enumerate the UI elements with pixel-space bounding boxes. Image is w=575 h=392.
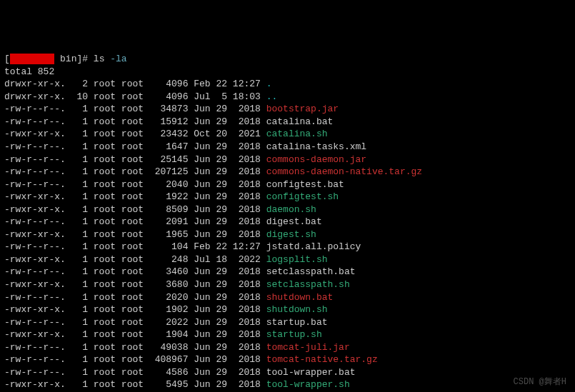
list-item: -rw-r--r--. 1 root root 49038 Jun 29 201…	[4, 341, 571, 354]
list-item: -rw-r--r--. 1 root root 2020 Jun 29 2018…	[4, 291, 571, 304]
list-item: -rw-r--r--. 1 root root 3460 Jun 29 2018…	[4, 266, 571, 278]
list-item: -rw-r--r--. 1 root root 2022 Jun 29 2018…	[4, 316, 571, 329]
list-item: -rw-r--r--. 1 root root 34873 Jun 29 201…	[4, 103, 571, 116]
list-item: -rw-r--r--. 1 root root 25145 Jun 29 201…	[4, 154, 571, 166]
list-item: -rw-r--r--. 1 root root 2040 Jun 29 2018…	[4, 179, 571, 191]
file-name: catalina.bat	[266, 116, 334, 127]
file-name: digest.sh	[266, 229, 316, 240]
file-name: configtest.bat	[266, 179, 344, 190]
file-name: .	[266, 79, 272, 89]
list-item: -rwxr-xr-x. 1 root root 5495 Jun 29 2018…	[4, 378, 571, 391]
file-name: digest.bat	[266, 216, 322, 227]
list-item: -rwxr-xr-x. 1 root root 1904 Jun 29 2018…	[4, 328, 571, 341]
file-name: commons-daemon-native.tar.gz	[266, 166, 422, 177]
file-name: jstatd.all.policy	[266, 241, 361, 252]
list-item: -rwxr-xr-x. 1 root root 3680 Jun 29 2018…	[4, 278, 571, 291]
list-item: -rwxr-xr-x. 1 root root 23432 Oct 20 202…	[4, 128, 571, 141]
file-name: daemon.sh	[266, 204, 316, 215]
file-name: tomcat-juli.jar	[266, 342, 350, 353]
file-name: tool-wrapper.bat	[266, 367, 356, 378]
file-name: catalina-tasks.xml	[266, 141, 366, 152]
list-item: -rwxr-xr-x. 1 root root 1922 Jun 29 2018…	[4, 191, 571, 203]
list-item: -rw-r--r--. 1 root root 4586 Jun 29 2018…	[4, 366, 571, 379]
file-name: bootstrap.jar	[266, 104, 339, 114]
file-name: tool-wrapper.sh	[266, 379, 350, 390]
prompt: [rootetwo bin]#	[4, 54, 94, 64]
file-name: startup.sh	[266, 329, 322, 340]
file-name: setclasspath.bat	[266, 266, 356, 277]
list-item: drwxr-xr-x. 10 root root 4096 Jul 5 18:0…	[4, 91, 571, 104]
list-item: -rw-r--r--. 1 root root 207125 Jun 29 20…	[4, 166, 571, 179]
file-name: shutdown.sh	[266, 304, 328, 315]
list-item: -rw-r--r--. 1 root root 15912 Jun 29 201…	[4, 116, 571, 129]
file-name: commons-daemon.jar	[266, 154, 366, 165]
list-item: -rwxr-xr-x. 1 root root 248 Jul 18 2022 …	[4, 253, 571, 266]
list-item: -rw-r--r--. 1 root root 104 Feb 22 12:27…	[4, 241, 571, 253]
file-name: configtest.sh	[266, 191, 339, 202]
file-name: setclasspath.sh	[266, 279, 350, 290]
file-name: catalina.sh	[266, 129, 328, 139]
command-line: [rootetwo bin]# ls -la	[4, 53, 571, 66]
list-item: -rwxr-xr-x. 1 root root 8509 Jun 29 2018…	[4, 203, 571, 216]
list-item: -rwxr-xr-x. 1 root root 1965 Jun 29 2018…	[4, 228, 571, 241]
command: ls	[94, 54, 110, 64]
list-item: drwxr-xr-x. 2 root root 4096 Feb 22 12:2…	[4, 78, 571, 91]
list-item: -rwxr-xr-x. 1 root root 1902 Jun 29 2018…	[4, 303, 571, 316]
file-name: ..	[266, 91, 278, 102]
redacted-host: rootetwo	[10, 54, 54, 64]
terminal-output[interactable]: [rootetwo bin]# ls -latotal 852drwxr-xr-…	[4, 53, 571, 392]
command-option: -la	[110, 54, 126, 64]
list-item: -rw-r--r--. 1 root root 1647 Jun 29 2018…	[4, 141, 571, 154]
list-item: -rw-r--r--. 1 root root 2091 Jun 29 2018…	[4, 216, 571, 228]
list-item: -rw-r--r--. 1 root root 408967 Jun 29 20…	[4, 353, 571, 366]
total-line: total 852	[4, 66, 571, 79]
file-name: startup.bat	[266, 317, 328, 328]
file-name: shutdown.bat	[266, 292, 334, 303]
watermark: CSDN @舞者H	[514, 376, 566, 388]
file-name: logsplit.sh	[266, 254, 328, 265]
file-name: tomcat-native.tar.gz	[266, 354, 378, 365]
